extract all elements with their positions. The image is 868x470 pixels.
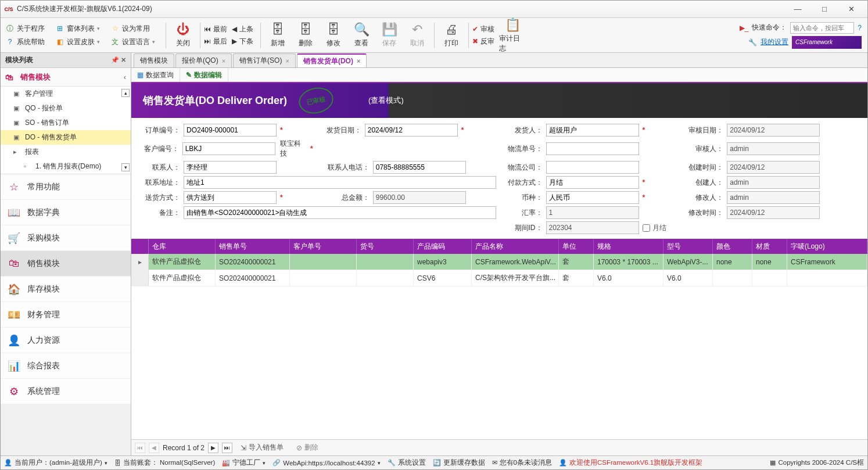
mod-common[interactable]: ☆常用功能 (1, 174, 131, 200)
cust-code-input[interactable] (182, 142, 275, 155)
nav-first[interactable]: ⏮最前 (204, 24, 227, 34)
mod-hr[interactable]: 👤人力资源 (1, 328, 131, 353)
col-warehouse[interactable]: 仓库 (149, 239, 216, 254)
mod-finance[interactable]: 💴财务管理 (1, 302, 131, 328)
nav-prev-btn[interactable]: ◀ (149, 443, 159, 453)
col-logo[interactable]: 字唛(Logo) (787, 239, 867, 254)
currency-input[interactable] (546, 191, 639, 204)
col-color[interactable]: 颜色 (713, 239, 752, 254)
tab-sales-module[interactable]: 销售模块 (134, 53, 174, 67)
tab-qo[interactable]: 报价单(QO)× (175, 53, 232, 67)
print-button[interactable]: 🖨打印 (438, 20, 465, 51)
col-unit[interactable]: 单位 (559, 239, 594, 254)
status-factory[interactable]: 🏭宁德工厂▾ (222, 458, 266, 467)
nav-last[interactable]: ⏭最后 (204, 37, 227, 46)
close-icon[interactable]: × (222, 58, 225, 64)
tree-item-qo[interactable]: ▣QO - 报价单 (1, 101, 131, 116)
close-icon[interactable]: × (357, 58, 360, 64)
syshelp-menu[interactable]: ?系统帮助 (3, 36, 47, 48)
help-circle-icon[interactable]: ? (858, 24, 862, 32)
month-close-check[interactable]: 月结 (643, 223, 666, 233)
setskin-menu[interactable]: ◧设置皮肤▾ (53, 36, 102, 48)
col-spec[interactable]: 规格 (594, 239, 663, 254)
nav-prev[interactable]: ◀上条 (232, 24, 253, 34)
col-prod-name[interactable]: 产品名称 (472, 239, 559, 254)
minimize-button[interactable]: — (785, 2, 810, 17)
logistics-no-input[interactable] (546, 142, 639, 155)
tab-so[interactable]: 销售订单(SO)× (233, 53, 296, 67)
reject-button[interactable]: ✖反审 (472, 37, 494, 46)
mod-sales[interactable]: 🛍销售模块 (1, 251, 131, 277)
subtab-edit[interactable]: ✎数据编辑 (180, 68, 228, 82)
delete-row-btn[interactable]: ⊘删除 (292, 442, 323, 454)
close-icon[interactable]: × (285, 58, 289, 64)
col-sales-no[interactable]: 销售单号 (216, 239, 290, 254)
nav-next-btn[interactable]: ▶ (208, 443, 218, 453)
pin-icon[interactable]: 📌 ✕ (111, 56, 126, 64)
nav-next[interactable]: ▶下条 (232, 37, 253, 46)
star-icon: ☆ (110, 24, 120, 33)
delete-button[interactable]: 🗄删除 (292, 20, 319, 51)
mod-stock[interactable]: 🏠库存模块 (1, 277, 131, 302)
formlist-menu[interactable]: ⊞窗体列表▾ (53, 23, 102, 35)
status-refresh[interactable]: 🔄更新缓存数据 (433, 458, 485, 467)
tab-do[interactable]: 销售发货单(DO)× (297, 53, 367, 67)
brand-badge: CSFramework (792, 36, 862, 49)
logistics-co-input[interactable] (546, 161, 639, 174)
close-form-button[interactable]: ⏻关闭 (170, 20, 196, 51)
col-material[interactable]: 材质 (752, 239, 787, 254)
scroll-up-icon[interactable]: ▴ (121, 89, 130, 97)
order-no-input[interactable] (184, 124, 277, 137)
nav-first-btn[interactable]: ⏮ (135, 443, 145, 453)
tree-item-report1[interactable]: ▫1. 销售月报表(Demo) (1, 159, 131, 174)
import-sales-btn[interactable]: ⇲导入销售单 (236, 442, 288, 454)
view-button[interactable]: 🔍查看 (348, 20, 375, 51)
ship-method-input[interactable] (184, 191, 277, 204)
contact-tel-input[interactable] (373, 161, 466, 174)
mod-purchase[interactable]: 🛒采购模块 (1, 225, 131, 251)
factory-icon: 🏭 (222, 459, 230, 467)
tree-item-do[interactable]: ▣DO - 销售发货单 (1, 130, 131, 145)
pay-method-input[interactable] (546, 176, 639, 189)
subtab-query[interactable]: ▦数据查询 (131, 68, 180, 82)
modify-button[interactable]: 🗄修改 (320, 20, 347, 51)
refresh-icon: 🔄 (433, 459, 441, 467)
mod-dict[interactable]: 📖数据字典 (1, 200, 131, 225)
auditlog-button[interactable]: 📋审计日志 (499, 20, 526, 51)
mod-report[interactable]: 📊综合报表 (1, 353, 131, 379)
close-window-button[interactable]: ✕ (838, 2, 864, 17)
col-prod-code[interactable]: 产品编码 (414, 239, 472, 254)
setcommon-menu[interactable]: ☆设为常用 (108, 23, 157, 35)
approve-button[interactable]: ✔审核 (472, 24, 494, 34)
add-button[interactable]: 🗄新增 (264, 20, 291, 51)
col-cust-no[interactable]: 客户单号 (290, 239, 357, 254)
status-user[interactable]: 👤当前用户：(admin-超级用户)▾ (4, 458, 107, 467)
status-api[interactable]: 🔗WebApi:https://localhost:44392▾ (272, 459, 380, 467)
contact-addr-input[interactable] (184, 176, 496, 189)
maximize-button[interactable]: □ (812, 2, 837, 17)
form-area: 订单编号：* 发货日期：* 发货人：* 审核日期： 客户编号：联宝科技* 物流单… (131, 118, 867, 239)
scroll-down-icon[interactable]: ▾ (121, 163, 130, 171)
deliver-date-input[interactable] (365, 124, 458, 137)
table-row[interactable]: 软件产品虚拟仓 SO202400000021 CSV6 C/S架构软件开发平台旗… (131, 270, 867, 286)
remark-input[interactable] (184, 206, 496, 219)
tree-item-report[interactable]: ▸报表 (1, 145, 131, 159)
col-part-no[interactable]: 货号 (357, 239, 414, 254)
table-row[interactable]: ▸ 软件产品虚拟仓 SO202400000021 webapiv3 CSFram… (131, 254, 867, 270)
contact-input[interactable] (184, 161, 277, 174)
nav-last-btn[interactable]: ⏭ (222, 443, 232, 453)
setlang-menu[interactable]: 文设置语言▾ (108, 36, 157, 48)
sidebar-cat-sales[interactable]: 🛍 销售模块 ‹ (1, 68, 131, 87)
quickcmd-input[interactable] (790, 22, 854, 34)
col-model[interactable]: 型号 (663, 239, 713, 254)
status-syssetting[interactable]: 🔧系统设置 (388, 458, 426, 467)
status-msg[interactable]: ✉您有0条未读消息 (492, 458, 552, 467)
view-mode-label: (查看模式) (368, 95, 404, 106)
deliverer-input[interactable] (546, 124, 639, 137)
about-menu[interactable]: ⓘ关于程序 (3, 23, 47, 35)
tree-item-customer[interactable]: ▣客户管理 (1, 87, 131, 101)
mod-system[interactable]: ⚙系统管理 (1, 379, 131, 404)
my-settings-link[interactable]: 我的设置 (761, 37, 788, 47)
tree-item-so[interactable]: ▣SO - 销售订单 (1, 116, 131, 130)
delete-icon: ⊘ (296, 444, 302, 452)
